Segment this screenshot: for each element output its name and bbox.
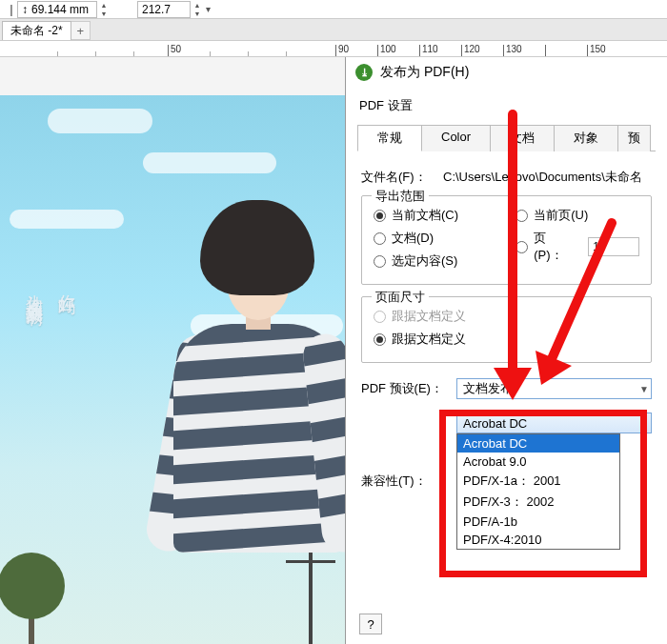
- y-coord-icon: |: [6, 2, 17, 17]
- plus-icon: +: [76, 24, 84, 38]
- radio-current-doc[interactable]: 当前文档(C): [374, 204, 515, 227]
- radio-icon: [374, 333, 386, 346]
- radio-documents[interactable]: 文档(D): [374, 227, 515, 250]
- filename-label: 文件名(F)：: [361, 169, 443, 186]
- pages-input[interactable]: 1: [588, 237, 639, 256]
- radio-icon: [515, 210, 528, 222]
- radio-icon: [374, 210, 386, 222]
- character: [133, 191, 324, 600]
- coord-icon: ↕: [22, 3, 28, 16]
- compat-selected: Acrobat DC: [463, 416, 527, 431]
- radio-icon: [374, 311, 386, 323]
- radio-icon: [374, 232, 386, 245]
- add-tab-button[interactable]: +: [71, 21, 91, 40]
- ruler-tick: 110: [422, 44, 438, 54]
- radio-icon: [515, 241, 528, 253]
- compat-option[interactable]: PDF/X-1a： 2001: [457, 471, 619, 492]
- tab-preflight[interactable]: 预: [617, 125, 651, 151]
- coord-field[interactable]: ↕ 69.144 mm: [17, 1, 97, 18]
- ruler-tick: 130: [506, 44, 522, 54]
- artwork-preview: 为什么长大就要散啊 你好吗: [0, 95, 345, 644]
- preset-label: PDF 预设(E)：: [361, 380, 456, 397]
- radio-selection[interactable]: 选定内容(S): [374, 250, 515, 272]
- ruler-tick: 100: [380, 44, 396, 54]
- compat-combo[interactable]: Acrobat DC ▼: [456, 413, 652, 433]
- document-tab-label: 未命名 -2*: [10, 23, 63, 39]
- radio-icon: [374, 255, 386, 268]
- publish-pdf-dialog: ⤓ 发布为 PDF(H) PDF 设置 常规 Color 文档 对象 预 文件名…: [345, 57, 667, 644]
- radio-by-doc: 跟据文档定义: [374, 305, 639, 328]
- document-tab[interactable]: 未命名 -2*: [2, 21, 71, 40]
- compat-dropdown: Acrobat DCAcrobat 9.0PDF/X-1a： 2001PDF/X…: [456, 433, 620, 550]
- help-button[interactable]: ?: [359, 614, 382, 634]
- zoom-value: 212.7: [142, 3, 171, 16]
- tab-color[interactable]: Color: [421, 125, 491, 151]
- top-toolbar: | ↕ 69.144 mm ▲▼ 212.7 ▲▼ ▾: [0, 0, 667, 19]
- preset-row: PDF 预设(E)： 文档发布 ▼: [346, 374, 667, 403]
- export-range-title: 导出范围: [372, 188, 429, 205]
- dialog-title: 发布为 PDF(H): [380, 64, 469, 81]
- preset-value: 文档发布: [463, 380, 513, 397]
- poem-text: 为什么长大就要散啊 你好吗: [23, 281, 78, 298]
- chevron-down-icon: ▼: [639, 384, 649, 394]
- compat-option[interactable]: PDF/X-4:2010: [457, 531, 619, 549]
- tab-object[interactable]: 对象: [554, 125, 618, 151]
- poem-col2: 为什么长大就要散啊: [23, 281, 46, 298]
- page-size-title: 页面尺寸: [372, 289, 429, 306]
- tab-general[interactable]: 常规: [357, 125, 422, 151]
- dialog-titlebar: ⤓ 发布为 PDF(H): [346, 57, 667, 88]
- compat-option[interactable]: PDF/A-1b: [457, 513, 619, 531]
- compat-option[interactable]: Acrobat DC: [457, 434, 619, 453]
- ruler-tick: 120: [464, 44, 480, 54]
- compat-option[interactable]: Acrobat 9.0: [457, 453, 619, 471]
- radio-by-doc2[interactable]: 跟据文档定义: [374, 328, 639, 351]
- coord-value: 69.144 mm: [31, 3, 89, 16]
- compat-label: 兼容性(T)：: [361, 473, 456, 490]
- filename-row: 文件名(F)： C:\Users\Lenovo\Documents\未命名: [346, 165, 667, 190]
- compat-row: 兼容性(T)： Acrobat DC ▼ Acrobat DCAcrobat 9…: [346, 409, 667, 553]
- poem-col1: 你好吗: [55, 281, 78, 298]
- filename-value: C:\Users\Lenovo\Documents\未命名: [443, 169, 642, 186]
- preset-combo[interactable]: 文档发布 ▼: [456, 378, 652, 399]
- chevron-down-icon: ▼: [639, 418, 649, 429]
- horizontal-ruler: 50 90 100 110 120 130 150: [0, 40, 667, 57]
- zoom-field[interactable]: 212.7: [137, 1, 191, 18]
- zoom-spinner[interactable]: ▲▼: [191, 1, 204, 18]
- radio-pages[interactable]: 页(P)： 1: [515, 227, 639, 267]
- app-icon: ⤓: [355, 64, 373, 81]
- coord-spinner[interactable]: ▲▼: [97, 1, 111, 18]
- ruler-tick: 50: [171, 44, 181, 54]
- zoom-dropdown-icon[interactable]: ▾: [206, 4, 211, 14]
- help-icon: ?: [367, 617, 374, 632]
- ruler-tick: 150: [590, 44, 606, 54]
- settings-tabs: 常规 Color 文档 对象 预: [357, 124, 656, 151]
- export-range-group: 导出范围 当前文档(C) 文档(D) 选定内容(S): [361, 195, 652, 285]
- dialog-section-label: PDF 设置: [346, 88, 667, 114]
- compat-option[interactable]: PDF/X-3： 2002: [457, 492, 619, 513]
- document-tabbar: 未命名 -2* +: [0, 19, 667, 40]
- ruler-tick: 90: [338, 44, 349, 54]
- page-size-group: 页面尺寸 跟据文档定义 跟据文档定义: [361, 296, 652, 363]
- tab-document[interactable]: 文档: [490, 125, 555, 151]
- radio-current-page[interactable]: 当前页(U): [515, 204, 639, 227]
